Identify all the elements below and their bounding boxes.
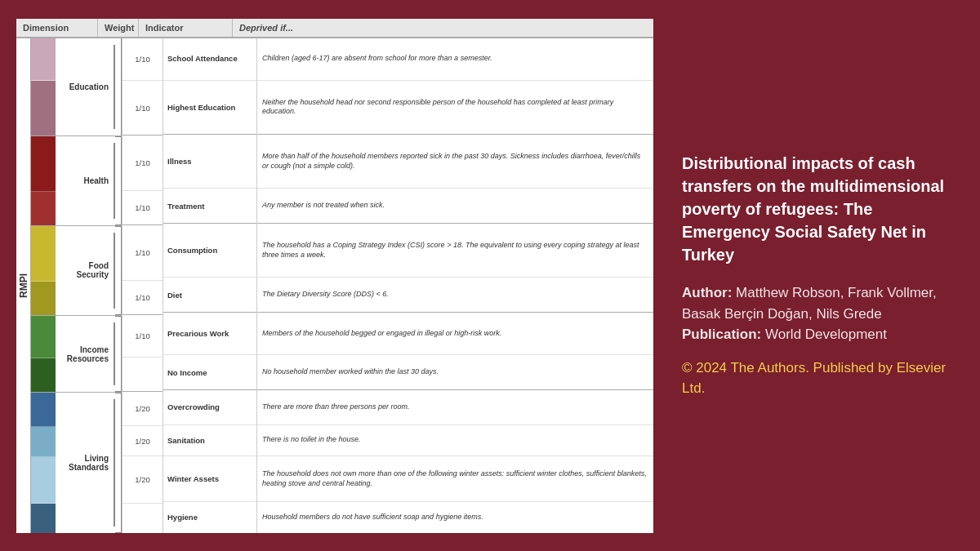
main-container: Dimension Weight Indicator Deprived if..…	[16, 15, 964, 537]
dim-label-living: Living Standards	[56, 454, 109, 472]
weight-precarious: 1/10	[135, 331, 150, 340]
header-dimension: Dimension	[16, 19, 98, 37]
indicator-overcrowding: Overcrowding	[167, 402, 220, 411]
publication-title: Distributional impacts of cash transfers…	[682, 152, 951, 266]
weight-winter: 1/20	[135, 475, 150, 484]
weight-highest-ed: 1/10	[135, 104, 150, 113]
indicator-diet: Diet	[167, 291, 182, 300]
deprived-consumption: The household has a Coping Strategy Inde…	[262, 241, 648, 260]
info-panel: Distributional impacts of cash transfers…	[670, 144, 964, 407]
chart-header: Dimension Weight Indicator Deprived if..…	[16, 19, 653, 38]
indicator-treatment: Treatment	[167, 202, 204, 211]
indicator-highest-ed: Highest Education	[167, 103, 235, 112]
publication-name-text: World Development	[765, 327, 887, 342]
rmpi-label: RMPI	[18, 273, 29, 298]
deprived-no-income: No household member worked within the la…	[262, 367, 439, 377]
deprived-diet: The Dietary Diversity Score (DDS) < 6.	[262, 290, 389, 300]
indicator-precarious: Precarious Work	[167, 329, 229, 338]
indicator-illness: Illness	[167, 157, 192, 166]
weight-overcrowding: 1/20	[135, 404, 150, 413]
deprived-treatment: Any member is not treated when sick.	[262, 201, 385, 211]
header-weight: Weight	[98, 19, 139, 37]
author-label: Author:	[682, 285, 732, 300]
deprived-school: Children (aged 6-17) are absent from sch…	[262, 54, 492, 64]
author-section: Author: Matthew Robson, Frank Vollmer, B…	[682, 282, 951, 345]
deprived-illness: More than half of the household members …	[262, 152, 648, 171]
weight-treatment: 1/10	[135, 203, 150, 212]
indicator-consumption: Consumption	[167, 246, 217, 255]
dim-label-education: Education	[69, 82, 109, 91]
indicator-hygiene: Hygiene	[167, 513, 198, 522]
weight-consumption: 1/10	[135, 248, 150, 257]
publication-label: Publication:	[682, 327, 761, 342]
header-deprived: Deprived if...	[233, 19, 653, 37]
deprived-sanitation: There is no toilet in the house.	[262, 435, 361, 445]
chart-panel: Dimension Weight Indicator Deprived if..…	[16, 19, 653, 533]
weight-illness: 1/10	[135, 158, 150, 167]
indicator-sanitation: Sanitation	[167, 436, 205, 445]
deprived-hygiene: Household members do not have sufficient…	[262, 513, 483, 522]
indicator-winter: Winter Assets	[167, 474, 219, 483]
dim-label-health: Health	[83, 176, 109, 185]
dim-label-income: Income Resources	[56, 345, 109, 363]
indicator-school: School Attendance	[167, 54, 238, 63]
copyright-text: © 2024 The Authors. Published by Elsevie…	[682, 358, 951, 399]
indicator-no-income: No Income	[167, 368, 207, 377]
weight-school: 1/10	[135, 55, 150, 64]
weight-diet: 1/10	[135, 293, 150, 302]
deprived-precarious: Members of the household begged or engag…	[262, 329, 501, 339]
deprived-winter: The household does not own more than one…	[262, 469, 648, 488]
deprived-highest-ed: Neither the household head nor second re…	[262, 98, 648, 117]
deprived-overcrowding: There are more than three persons per ro…	[262, 402, 410, 412]
header-indicator: Indicator	[139, 19, 233, 37]
dim-label-food: Food Security	[56, 261, 109, 279]
weight-sanitation: 1/20	[135, 437, 150, 446]
